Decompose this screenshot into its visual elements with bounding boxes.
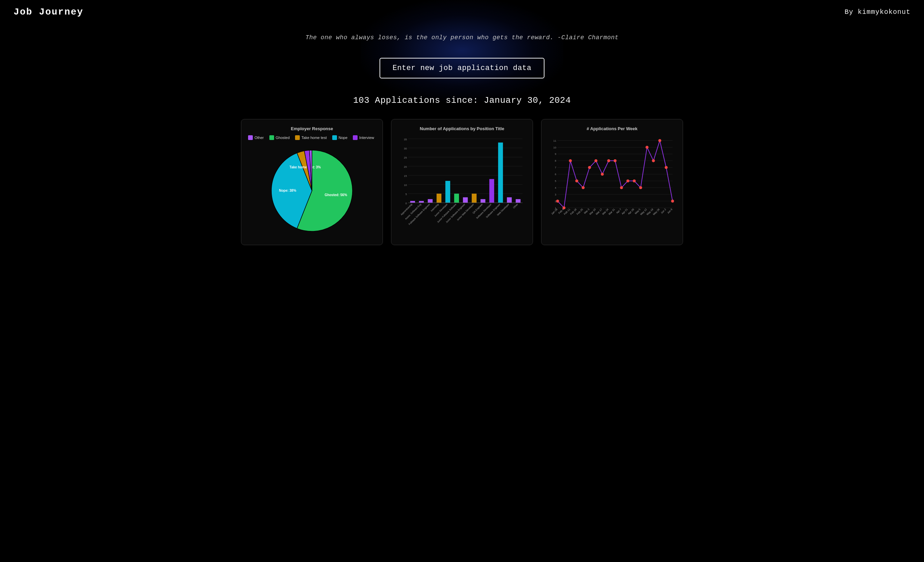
svg-text:3: 3 (555, 193, 556, 196)
legend-item: Nope (332, 135, 347, 140)
svg-text:7: 7 (555, 166, 556, 169)
svg-rect-43 (516, 199, 520, 203)
svg-text:Ghosted: 56%: Ghosted: 56% (324, 193, 347, 197)
legend-item: Interview (353, 135, 374, 140)
svg-point-84 (658, 139, 661, 142)
bar-chart-container: 05101520253035ApprenticeshipAssoc. Softw… (398, 135, 526, 231)
line-chart-card: # Applications Per Week 1234567891011Jan… (541, 119, 683, 245)
svg-text:Nope: 38%: Nope: 38% (279, 189, 296, 192)
svg-rect-25 (436, 194, 441, 203)
svg-text:Mar 24: Mar 24 (602, 208, 609, 216)
svg-text:May 12: May 12 (639, 208, 648, 216)
svg-text:6: 6 (555, 173, 556, 176)
svg-text:Jun 9: Jun 9 (666, 208, 673, 214)
svg-rect-21 (419, 201, 424, 203)
svg-text:Assoc. Software Eng: Assoc. Software Eng (405, 203, 422, 220)
svg-point-68 (556, 200, 559, 203)
svg-text:Take home test: 3%: Take home test: 3% (290, 165, 321, 169)
svg-text:Jun 2: Jun 2 (660, 208, 666, 214)
svg-text:5: 5 (405, 193, 407, 196)
svg-text:11: 11 (553, 139, 556, 142)
legend-item: Other (248, 135, 264, 140)
stats-text: 103 Applications since: January 30, 2024 (7, 95, 917, 105)
svg-text:9: 9 (555, 152, 556, 156)
svg-text:0: 0 (405, 202, 407, 205)
svg-rect-31 (463, 197, 468, 203)
svg-rect-27 (446, 181, 450, 203)
svg-text:Apr 21: Apr 21 (621, 208, 628, 215)
svg-text:10: 10 (404, 183, 407, 187)
line-chart-title: # Applications Per Week (548, 126, 676, 131)
svg-text:25: 25 (404, 156, 407, 159)
svg-text:5: 5 (555, 180, 556, 183)
cta-section: Enter new job application data (0, 44, 924, 85)
svg-point-70 (569, 159, 572, 162)
svg-rect-37 (489, 179, 494, 203)
svg-point-76 (608, 159, 610, 162)
svg-text:Mar 31: Mar 31 (608, 208, 616, 216)
svg-text:20: 20 (404, 165, 407, 168)
svg-point-74 (594, 159, 597, 162)
svg-text:8: 8 (555, 159, 556, 162)
svg-point-73 (588, 166, 591, 169)
svg-text:35: 35 (404, 138, 407, 141)
line-chart-container: 1234567891011Jan 28Feb 4Feb 11Feb 18Feb … (548, 135, 676, 231)
svg-rect-41 (507, 197, 512, 203)
svg-rect-39 (498, 142, 503, 203)
pie-legend: OtherGhostedTake home testNopeInterview (248, 135, 376, 140)
svg-point-75 (601, 173, 604, 176)
svg-point-71 (576, 180, 578, 182)
svg-point-86 (671, 200, 674, 203)
svg-point-72 (582, 186, 584, 189)
app-author: By kimmykokonut (844, 8, 910, 16)
svg-text:10: 10 (553, 146, 556, 149)
pie-chart-card: Employer Response OtherGhostedTake home … (241, 119, 383, 245)
quote-text: The one who always loses, is the only pe… (7, 34, 917, 41)
svg-point-78 (620, 186, 623, 189)
bar-chart-title: Number of Applications by Position Title (398, 126, 526, 131)
pie-container: Ghosted: 56%Nope: 38%Take home test: 3% (248, 143, 376, 238)
svg-point-77 (614, 159, 616, 162)
svg-point-81 (639, 186, 642, 189)
svg-point-85 (665, 166, 668, 169)
svg-point-82 (645, 146, 648, 149)
app-header: Job Journey By kimmykokonut (0, 0, 924, 24)
svg-rect-19 (410, 201, 415, 203)
svg-text:Jan 28: Jan 28 (550, 208, 558, 215)
svg-rect-29 (454, 194, 459, 203)
svg-rect-35 (481, 199, 485, 203)
svg-text:Mar 17: Mar 17 (595, 208, 603, 216)
svg-text:30: 30 (404, 147, 407, 150)
svg-rect-33 (472, 194, 477, 203)
enter-data-button[interactable]: Enter new job application data (380, 58, 544, 78)
svg-rect-23 (428, 199, 433, 203)
app-title: Job Journey (14, 7, 84, 17)
stats-section: 103 Applications since: January 30, 2024 (0, 85, 924, 112)
svg-text:May 26: May 26 (652, 208, 660, 216)
svg-point-80 (633, 180, 636, 182)
svg-text:May 19: May 19 (646, 208, 654, 216)
charts-section: Employer Response OtherGhostedTake home … (0, 112, 924, 259)
bar-chart-card: Number of Applications by Position Title… (391, 119, 533, 245)
svg-text:4: 4 (555, 186, 556, 189)
legend-item: Ghosted (269, 135, 290, 140)
svg-text:Feb 25: Feb 25 (576, 208, 584, 216)
svg-point-83 (652, 159, 655, 162)
svg-text:Mar 10: Mar 10 (589, 208, 597, 216)
pie-chart-title: Employer Response (248, 126, 376, 131)
legend-item: Take home test (295, 135, 327, 140)
svg-text:Apr 28: Apr 28 (627, 208, 635, 215)
svg-text:15: 15 (404, 174, 407, 177)
quote-section: The one who always loses, is the only pe… (0, 24, 924, 44)
svg-text:Feb 18: Feb 18 (570, 208, 577, 216)
svg-text:Other: Other (513, 203, 519, 209)
svg-point-79 (627, 180, 629, 182)
svg-text:Software Developer: Software Developer (476, 203, 492, 219)
